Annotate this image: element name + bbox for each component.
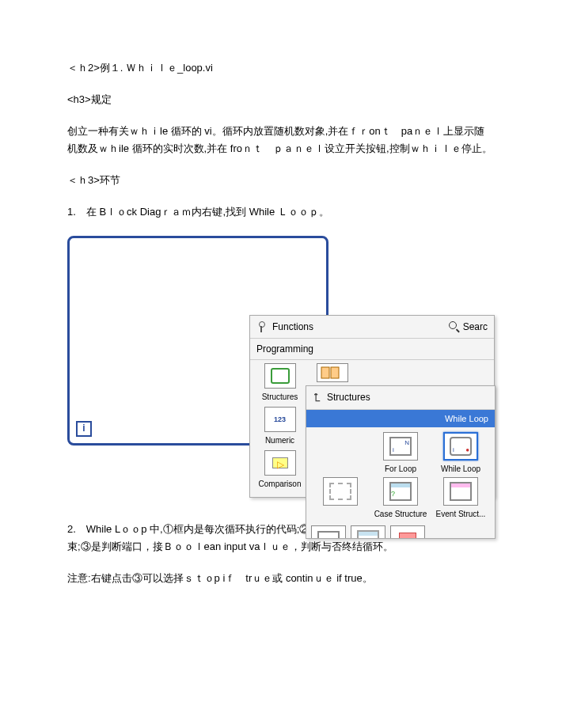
iteration-terminal-icon: i <box>76 421 92 437</box>
palette-body: Structures 123 Numeric Comparison ⮤ <box>250 360 494 497</box>
event-structure-label: Event Struct... <box>436 507 486 521</box>
structures-submenu[interactable]: ⮤ Structures While Loop For Loop <box>306 385 496 539</box>
partial-icon-1[interactable] <box>311 525 346 538</box>
event-structure-item[interactable]: Event Struct... <box>431 477 490 521</box>
intro-text: 创立一种有关ｗｈｉle 循环的 vi。循环内放置随机数对象,并在ｆｒonｔ pa… <box>67 123 495 157</box>
top-row-partial <box>313 363 348 382</box>
structures-icon <box>264 363 296 389</box>
submenu-header: ⮤ Structures <box>306 386 495 409</box>
numeric-icon: 123 <box>264 407 296 432</box>
submenu-grid: For Loop While Loop Case Structure <box>306 427 495 525</box>
highlight-bar: While Loop <box>306 410 495 428</box>
functions-palette[interactable]: Functions Searc Programming Structures 1… <box>249 315 495 499</box>
numeric-item[interactable]: 123 Numeric <box>253 407 306 447</box>
comparison-item[interactable]: Comparison <box>253 450 306 491</box>
case-structure-icon <box>383 477 418 506</box>
palette-title: Functions <box>272 319 313 335</box>
palette-left-column: Structures 123 Numeric Comparison <box>250 360 309 497</box>
partial-icon-2[interactable] <box>351 525 385 538</box>
while-loop-label: While Loop <box>441 462 480 476</box>
step-1: 1. 在 Bｌｏck Diagｒａｍ内右键,找到 While Ｌｏｏｐ。 <box>67 203 495 221</box>
h3-spec: <h3>规定 <box>67 91 495 108</box>
submenu-title: Structures <box>327 389 370 405</box>
while-loop-icon <box>443 432 478 461</box>
dashed-icon <box>323 477 358 506</box>
pin-icon[interactable] <box>256 321 268 332</box>
comparison-icon <box>264 450 296 476</box>
case-structure-label: Case Structure <box>374 507 427 521</box>
structures-item[interactable]: Structures <box>253 363 306 404</box>
programming-category[interactable]: Programming <box>250 339 494 360</box>
back-arrow-icon[interactable]: ⮤ <box>313 389 322 405</box>
palette-header: Functions Searc <box>250 316 494 339</box>
event-structure-icon <box>443 477 478 506</box>
search-button[interactable]: Searc <box>449 319 488 335</box>
h2-title: ＜ｈ2>例１. Ｗｈｉｌｅ_loop.vi <box>67 59 495 77</box>
svg-rect-0 <box>321 367 329 378</box>
for-loop-label: For Loop <box>385 462 416 476</box>
step-3-note: 注意:右键点击③可以选择ｓｔｏp iｆ trｕｅ或 continｕｅ if tr… <box>67 570 495 587</box>
structures-label: Structures <box>262 390 298 404</box>
dashed-slot-item[interactable] <box>311 477 370 521</box>
for-loop-item[interactable]: For Loop <box>371 432 430 476</box>
submenu-bottom-row-partial <box>306 525 495 538</box>
h3-steps: ＜ｈ3>环节 <box>67 172 495 189</box>
svg-rect-1 <box>331 367 339 378</box>
case-structure-item[interactable]: Case Structure <box>371 477 430 521</box>
while-loop-item[interactable]: While Loop <box>431 432 490 476</box>
numeric-label: Numeric <box>265 434 294 447</box>
search-label: Searc <box>463 319 488 335</box>
array-icon-peek[interactable] <box>317 363 348 382</box>
partial-icon-3[interactable] <box>390 525 425 538</box>
for-loop-icon <box>383 432 418 461</box>
block-diagram-figure: i Functions Searc Programming Structures… <box>67 236 495 505</box>
search-icon <box>449 321 460 332</box>
blank-slot <box>311 432 370 476</box>
comparison-label: Comparison <box>259 477 302 491</box>
